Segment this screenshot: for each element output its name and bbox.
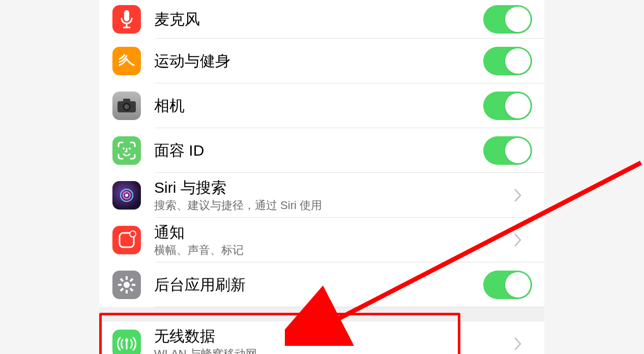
row-notifications[interactable]: 通知 横幅、声音、标记 bbox=[99, 218, 544, 262]
row-faceid[interactable]: 面容 ID bbox=[99, 128, 544, 173]
svg-line-24 bbox=[121, 288, 123, 291]
svg-rect-0 bbox=[124, 10, 129, 21]
row-background-refresh[interactable]: 后台应用刷新 bbox=[99, 262, 544, 307]
row-wireless-data[interactable]: 无线数据 WLAN 与蜂窝移动网 bbox=[99, 321, 544, 354]
gear-icon bbox=[112, 271, 141, 299]
row-text: 后台应用刷新 bbox=[154, 276, 483, 294]
row-title: 麦克风 bbox=[154, 10, 483, 28]
microphone-toggle[interactable] bbox=[483, 5, 532, 34]
fitness-toggle[interactable] bbox=[483, 47, 532, 75]
background-refresh-toggle[interactable] bbox=[483, 271, 532, 299]
row-siri[interactable]: Siri 与搜索 搜索、建议与捷径，通过 Siri 使用 bbox=[99, 173, 544, 218]
svg-point-7 bbox=[123, 148, 125, 150]
faceid-icon bbox=[112, 136, 141, 165]
row-text: 运动与健身 bbox=[154, 52, 483, 70]
svg-line-21 bbox=[121, 279, 123, 281]
svg-point-15 bbox=[130, 231, 135, 237]
row-text: 通知 横幅、声音、标记 bbox=[154, 223, 514, 257]
row-subtitle: 横幅、声音、标记 bbox=[154, 244, 514, 257]
wireless-data-icon bbox=[112, 330, 141, 354]
svg-point-16 bbox=[124, 282, 130, 288]
svg-line-22 bbox=[130, 288, 133, 291]
row-title: 通知 bbox=[154, 223, 514, 242]
svg-point-8 bbox=[129, 148, 131, 150]
svg-point-26 bbox=[125, 339, 128, 342]
row-subtitle: 搜索、建议与捷径，通过 Siri 使用 bbox=[154, 199, 514, 212]
row-text: 面容 ID bbox=[154, 141, 483, 160]
row-title: 后台应用刷新 bbox=[154, 276, 483, 294]
row-text: Siri 与搜索 搜索、建议与捷径，通过 Siri 使用 bbox=[154, 179, 514, 212]
row-text: 无线数据 WLAN 与蜂窝移动网 bbox=[154, 327, 514, 354]
microphone-icon bbox=[112, 5, 141, 34]
svg-point-12 bbox=[125, 194, 128, 197]
chevron-right-icon bbox=[514, 188, 534, 202]
fitness-icon bbox=[112, 47, 141, 75]
row-subtitle: WLAN 与蜂窝移动网 bbox=[154, 347, 514, 354]
row-title: 无线数据 bbox=[154, 327, 514, 345]
row-microphone[interactable]: 麦克风 bbox=[99, 0, 544, 39]
section-separator bbox=[99, 307, 544, 321]
row-text: 相机 bbox=[154, 97, 483, 115]
settings-list: 麦克风 运动与健身 相机 面容 ID bbox=[99, 0, 544, 354]
row-title: 相机 bbox=[154, 97, 483, 115]
faceid-toggle[interactable] bbox=[483, 136, 532, 165]
svg-line-23 bbox=[130, 279, 133, 281]
notifications-icon bbox=[112, 226, 141, 254]
chevron-right-icon bbox=[514, 233, 534, 247]
row-title: 面容 ID bbox=[154, 141, 483, 160]
siri-icon bbox=[112, 181, 141, 210]
chevron-right-icon bbox=[514, 337, 534, 351]
row-fitness[interactable]: 运动与健身 bbox=[99, 39, 544, 83]
row-text: 麦克风 bbox=[154, 10, 483, 28]
svg-rect-4 bbox=[123, 99, 130, 103]
row-camera[interactable]: 相机 bbox=[99, 83, 544, 128]
camera-toggle[interactable] bbox=[483, 92, 532, 120]
row-title: Siri 与搜索 bbox=[154, 179, 514, 197]
row-title: 运动与健身 bbox=[154, 52, 483, 70]
svg-point-6 bbox=[124, 104, 129, 109]
camera-icon bbox=[112, 92, 141, 120]
